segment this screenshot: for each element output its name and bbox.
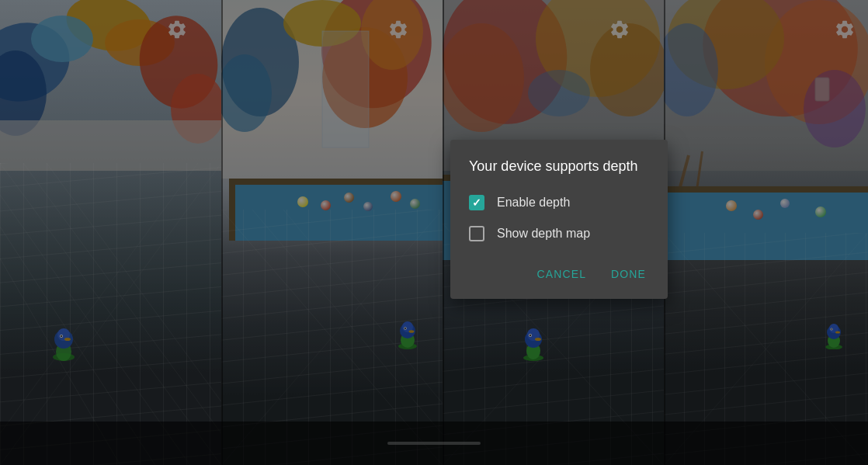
dialog-actions: CANCEL DONE	[450, 255, 668, 293]
show-depth-map-checkbox[interactable]	[469, 226, 484, 241]
dialog-title: Your device supports depth	[450, 158, 668, 187]
depth-dialog: Your device supports depth ✓ Enable dept…	[450, 140, 668, 299]
enable-depth-label: Enable depth	[497, 196, 570, 210]
dialog-overlay: Your device supports depth ✓ Enable dept…	[0, 0, 868, 465]
show-depth-map-option[interactable]: Show depth map	[450, 218, 668, 249]
cancel-button[interactable]: CANCEL	[528, 262, 596, 286]
enable-depth-checkbox[interactable]: ✓	[469, 195, 484, 210]
show-depth-map-label: Show depth map	[497, 227, 590, 241]
enable-depth-option[interactable]: ✓ Enable depth	[450, 187, 668, 218]
done-button[interactable]: DONE	[602, 262, 655, 286]
checkmark-icon: ✓	[472, 196, 481, 209]
